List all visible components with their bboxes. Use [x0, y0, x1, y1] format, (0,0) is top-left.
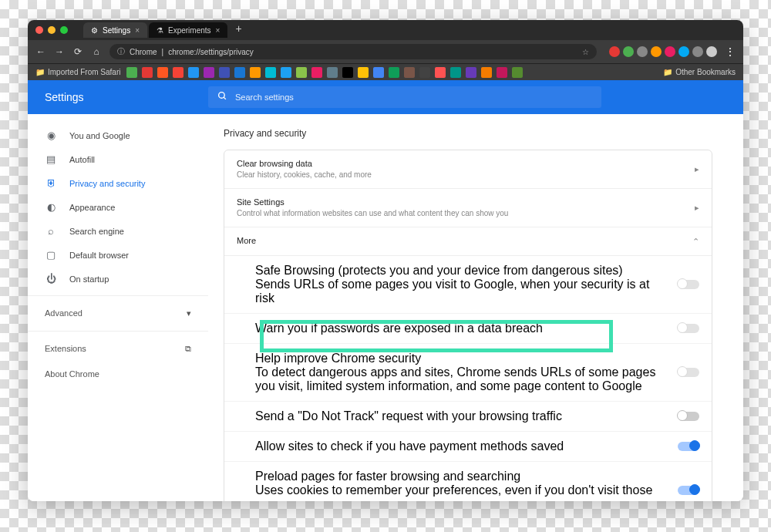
- bookmark-icon[interactable]: [219, 67, 230, 78]
- new-tab-button[interactable]: +: [229, 22, 247, 38]
- toolbar: ← → ⟳ ⌂ ⓘ Chrome | chrome://settings/pri…: [28, 40, 743, 63]
- bookmark-icon[interactable]: [481, 67, 492, 78]
- reload-icon[interactable]: ⟳: [72, 46, 83, 57]
- extension-icons: [609, 46, 717, 57]
- settings-card: Clear browsing dataClear history, cookie…: [224, 150, 712, 501]
- sidebar-extensions[interactable]: Extensions⧉: [28, 336, 208, 362]
- section-title: Privacy and security: [224, 128, 712, 139]
- bookmark-icon[interactable]: [327, 67, 338, 78]
- url-path: chrome://settings/privacy: [168, 48, 254, 56]
- sidebar-item-shield[interactable]: ⛨Privacy and security: [28, 171, 208, 195]
- traffic-light-minimize[interactable]: [48, 26, 56, 34]
- toggle-switch[interactable]: [678, 412, 699, 421]
- browser-icon: ▢: [45, 249, 57, 261]
- settings-title: Settings: [28, 91, 208, 103]
- folder-icon: 📁: [35, 68, 45, 76]
- toggle-switch[interactable]: [678, 324, 699, 333]
- bookmark-folder-other[interactable]: 📁 Other Bookmarks: [663, 68, 736, 76]
- sidebar-item-label: Search engine: [69, 227, 124, 236]
- bookmark-icon[interactable]: [358, 67, 369, 78]
- open-external-icon: ⧉: [185, 344, 191, 354]
- bookmark-icon[interactable]: [512, 67, 523, 78]
- toggle-switch[interactable]: [678, 486, 699, 495]
- back-icon[interactable]: ←: [35, 46, 46, 57]
- extension-icon[interactable]: [706, 46, 717, 57]
- extension-icon[interactable]: [609, 46, 620, 57]
- bookmark-icon[interactable]: [466, 67, 476, 78]
- sidebar-advanced[interactable]: Advanced▾: [28, 301, 208, 326]
- extension-icon[interactable]: [637, 46, 648, 57]
- sidebar-item-person[interactable]: ◉You and Google: [28, 123, 208, 147]
- more-expander[interactable]: More⌃: [224, 227, 712, 256]
- bookmark-icon[interactable]: [450, 67, 461, 78]
- sidebar-item-power[interactable]: ⏻On startup: [28, 267, 208, 291]
- main-panel: Privacy and security Clear browsing data…: [208, 114, 743, 501]
- settings-subrow: Safe Browsing (protects you and your dev…: [224, 256, 712, 314]
- bookmark-icon[interactable]: [342, 67, 353, 78]
- bookmark-icon[interactable]: [234, 67, 245, 78]
- bookmark-icon[interactable]: [296, 67, 307, 78]
- sidebar-item-label: Default browser: [69, 251, 129, 260]
- bookmark-icon[interactable]: [311, 67, 322, 78]
- svg-point-0: [219, 93, 225, 99]
- toggle-switch[interactable]: [678, 280, 699, 289]
- bookmarks-bar: 📁 Imported From Safari 📁 Other Bookmarks: [28, 63, 743, 80]
- extension-icon[interactable]: [651, 46, 662, 57]
- tab-experiments[interactable]: ⚗ Experiments ×: [149, 22, 227, 38]
- search-bar[interactable]: [208, 86, 601, 108]
- toggle-switch[interactable]: [678, 442, 699, 451]
- close-icon[interactable]: ×: [216, 26, 221, 35]
- sidebar-item-appearance[interactable]: ◐Appearance: [28, 195, 208, 219]
- traffic-light-zoom[interactable]: [60, 26, 68, 34]
- settings-row[interactable]: Clear browsing dataClear history, cookie…: [224, 150, 712, 189]
- toggle-switch[interactable]: [678, 368, 699, 377]
- tab-settings[interactable]: ⚙ Settings ×: [83, 22, 147, 38]
- traffic-light-close[interactable]: [35, 26, 43, 34]
- bookmark-icon[interactable]: [497, 67, 507, 78]
- settings-subrow: Allow sites to check if you have payment…: [224, 432, 712, 462]
- chevron-up-icon: ⌃: [692, 237, 699, 247]
- bookmark-icon[interactable]: [373, 67, 384, 78]
- bookmark-icon[interactable]: [281, 67, 291, 78]
- menu-icon[interactable]: ⋮: [725, 45, 736, 58]
- chevron-right-icon: ▸: [695, 164, 699, 174]
- secure-icon: ⓘ: [117, 46, 125, 57]
- extension-icon[interactable]: [665, 46, 675, 57]
- bookmark-icon[interactable]: [188, 67, 199, 78]
- bookmark-icons: [126, 67, 523, 78]
- address-bar[interactable]: ⓘ Chrome | chrome://settings/privacy ☆: [109, 44, 597, 59]
- tab-label: Settings: [103, 26, 130, 35]
- url-sep: |: [162, 48, 164, 56]
- search-input[interactable]: [235, 93, 592, 102]
- bookmark-icon[interactable]: [157, 67, 168, 78]
- bookmark-icon[interactable]: [265, 67, 276, 78]
- titlebar: ⚙ Settings × ⚗ Experiments × +: [28, 20, 743, 40]
- forward-icon[interactable]: →: [54, 46, 65, 57]
- home-icon[interactable]: ⌂: [91, 46, 102, 57]
- bookmark-icon[interactable]: [435, 67, 446, 78]
- sidebar-item-browser[interactable]: ▢Default browser: [28, 243, 208, 267]
- sidebar-item-autofill[interactable]: ▤Autofill: [28, 147, 208, 171]
- bookmark-icon[interactable]: [173, 67, 183, 78]
- bookmark-star-icon[interactable]: ☆: [582, 48, 589, 56]
- bookmark-icon[interactable]: [204, 67, 214, 78]
- bookmark-folder[interactable]: 📁 Imported From Safari: [35, 68, 120, 76]
- settings-row[interactable]: Site SettingsControl what information we…: [224, 189, 712, 227]
- settings-subrow: Help improve Chrome securityTo detect da…: [224, 344, 712, 402]
- bookmark-icon[interactable]: [404, 67, 415, 78]
- close-icon[interactable]: ×: [135, 26, 140, 35]
- extension-icon[interactable]: [623, 46, 634, 57]
- settings-subrow: Send a "Do Not Track" request with your …: [224, 402, 712, 432]
- bookmark-icon[interactable]: [142, 67, 153, 78]
- sidebar-about[interactable]: About Chrome: [28, 362, 208, 386]
- sidebar-item-label: On startup: [69, 274, 109, 284]
- sidebar-item-search[interactable]: ⌕Search engine: [28, 219, 208, 243]
- bookmark-icon[interactable]: [250, 67, 261, 78]
- extension-icon[interactable]: [678, 46, 689, 57]
- bookmark-icon[interactable]: [389, 67, 399, 78]
- bookmark-icon[interactable]: [419, 67, 430, 78]
- bookmark-icon[interactable]: [126, 67, 137, 78]
- folder-icon: 📁: [663, 68, 672, 76]
- extension-icon[interactable]: [692, 46, 703, 57]
- bookmark-label: Other Bookmarks: [675, 68, 736, 76]
